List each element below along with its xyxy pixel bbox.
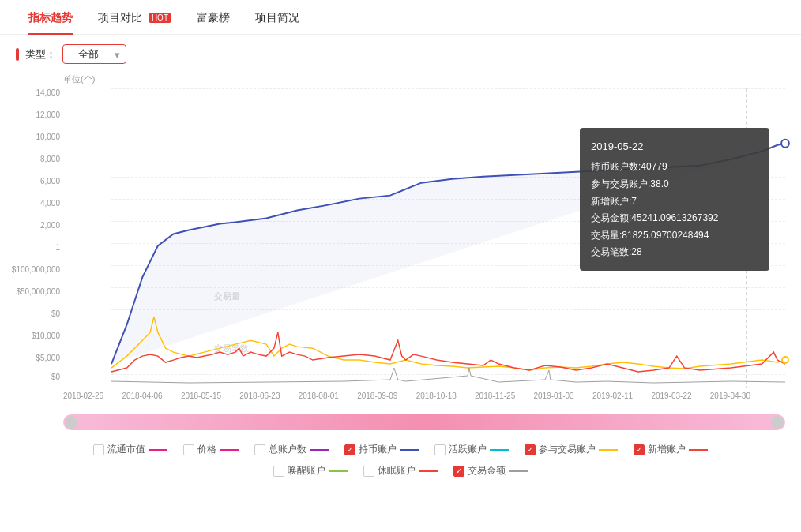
legend-checkbox-price[interactable]	[183, 444, 194, 455]
tx-amount-line	[111, 368, 785, 383]
legend-label-new-accounts: 新增账户	[648, 443, 686, 456]
legend-area-row2: 唤醒账户 休眠账户 交易金额	[0, 458, 801, 484]
legend-label-total-accounts: 总账户数	[269, 443, 306, 456]
tooltip-row-5: 交易笔数:28	[591, 244, 758, 261]
x-label-4: 2018-08-01	[299, 392, 339, 400]
legend-checkbox-active-accounts[interactable]	[434, 444, 446, 455]
nav-item-rich[interactable]: 富豪榜	[184, 0, 243, 35]
nav-item-compare[interactable]: 项目对比 HOT	[85, 0, 184, 35]
x-label-7: 2018-11-25	[475, 392, 515, 400]
tooltip-row-2: 新增账户:7	[591, 193, 758, 211]
legend-line-new-accounts	[689, 449, 708, 451]
legend-checkbox-tx-accounts[interactable]	[525, 444, 536, 455]
nav-badge-hot: HOT	[149, 13, 171, 23]
legend-line-tx-accounts	[599, 449, 618, 451]
legend-checkbox-coin-holders[interactable]	[344, 444, 355, 455]
chart-scrollbar	[63, 414, 785, 430]
nav-item-indicators[interactable]: 指标趋势	[16, 0, 85, 35]
legend-line-wake-accounts	[329, 470, 348, 472]
legend-line-price	[220, 449, 239, 451]
x-axis: 2018-02-26 2018-04-06 2018-05-15 2018-06…	[63, 388, 750, 400]
legend-checkbox-total-accounts[interactable]	[254, 444, 265, 455]
legend-label-tx-amount: 交易金额	[468, 464, 506, 478]
scroll-handle-right[interactable]	[771, 416, 784, 429]
legend-line-coin-holders	[400, 449, 419, 451]
legend-item-wake-accounts[interactable]: 唤醒账户	[273, 464, 348, 478]
chart-container: 单位(个) 14,000 12,000 10,000 8,000 6,000 4…	[0, 73, 801, 408]
legend-item-sleep-accounts[interactable]: 休眠账户	[363, 464, 438, 478]
chart-unit-label: 单位(个)	[63, 73, 785, 85]
tooltip-row-4: 交易量:81825.09700248494	[591, 227, 758, 245]
top-nav: 指标趋势 项目对比 HOT 富豪榜 项目简况	[0, 0, 801, 35]
legend-line-total-accounts	[310, 449, 329, 451]
legend-item-active-accounts[interactable]: 活跃账户	[434, 443, 509, 456]
chart-dot-yellow	[782, 357, 788, 363]
y-axis: 14,000 12,000 10,000 8,000 6,000 4,000 2…	[16, 88, 63, 388]
chart-dot-blue	[781, 140, 789, 148]
type-select-wrapper: 全部 主流 平台币 DeFi	[62, 44, 126, 64]
legend-checkbox-wake-accounts[interactable]	[273, 466, 284, 477]
legend-item-tx-accounts[interactable]: 参与交易账户	[525, 443, 618, 456]
legend-line-sleep-accounts	[419, 470, 438, 472]
x-label-0: 2018-02-26	[63, 392, 103, 400]
x-label-1: 2018-04-06	[122, 392, 162, 400]
legend-label-active-accounts: 活跃账户	[449, 443, 487, 456]
legend-checkbox-new-accounts[interactable]	[634, 444, 645, 455]
legend-line-tx-amount	[509, 470, 528, 472]
tooltip-row-1: 参与交易账户:38.0	[591, 176, 758, 193]
tooltip-row-0: 持币账户数:40779	[591, 159, 758, 176]
tooltip-date: 2019-05-22	[591, 137, 758, 155]
legend-label-tx-accounts: 参与交易账户	[539, 443, 596, 456]
legend-line-market-cap	[149, 449, 167, 451]
filter-label: 类型：	[25, 47, 56, 62]
scroll-handle-left[interactable]	[65, 416, 77, 429]
legend-item-tx-amount[interactable]: 交易金额	[453, 464, 528, 478]
tooltip-row-3: 交易金额:45241.09613267392	[591, 210, 758, 227]
type-select[interactable]: 全部 主流 平台币 DeFi	[62, 44, 126, 64]
legend-item-coin-holders[interactable]: 持币账户	[344, 443, 419, 456]
legend-checkbox-tx-amount[interactable]	[453, 466, 464, 477]
x-label-9: 2019-02-11	[592, 392, 633, 400]
legend-label-coin-holders: 持币账户	[359, 443, 397, 456]
legend-item-total-accounts[interactable]: 总账户数	[254, 443, 329, 456]
chart-tooltip: 2019-05-22 持币账户数:40779 参与交易账户:38.0 新增账户:…	[580, 128, 769, 271]
x-label-2: 2018-05-15	[181, 392, 221, 400]
legend-label-market-cap: 流通市值	[107, 443, 145, 456]
legend-label-sleep-accounts: 休眠账户	[378, 464, 416, 478]
legend-label-price: 价格	[197, 443, 216, 456]
legend-item-market-cap[interactable]: 流通市值	[93, 443, 167, 456]
legend-line-active-accounts	[490, 449, 509, 451]
chart-area: 交易量 交易笔数 2019-05-22	[111, 88, 785, 388]
filter-bar	[16, 48, 19, 61]
x-label-8: 2019-01-03	[534, 392, 574, 400]
x-label-5: 2018-09-09	[357, 392, 397, 400]
legend-checkbox-sleep-accounts[interactable]	[363, 466, 374, 477]
legend-item-price[interactable]: 价格	[183, 443, 239, 456]
legend-item-new-accounts[interactable]: 新增账户	[634, 443, 708, 456]
legend-checkbox-market-cap[interactable]	[93, 444, 104, 455]
x-label-3: 2018-06-23	[239, 392, 280, 400]
filter-row: 类型： 全部 主流 平台币 DeFi	[0, 35, 801, 73]
x-label-6: 2018-10-18	[416, 392, 457, 400]
x-label-11: 2019-04-30	[710, 392, 750, 400]
nav-item-overview[interactable]: 项目简况	[243, 0, 312, 35]
x-label-10: 2019-03-22	[651, 392, 691, 400]
legend-label-wake-accounts: 唤醒账户	[288, 464, 325, 478]
